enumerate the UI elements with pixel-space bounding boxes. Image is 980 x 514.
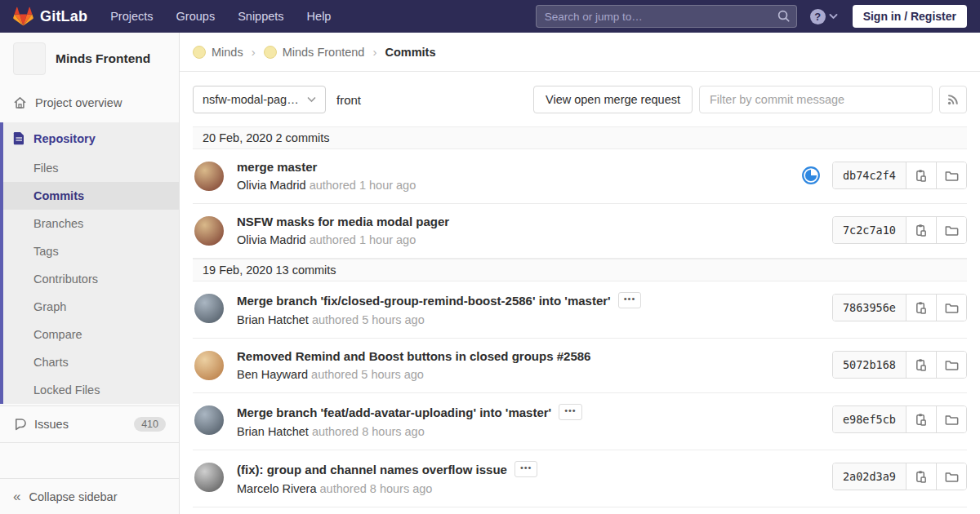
commit-title-link[interactable]: Removed Remind and Boost buttons in clos… bbox=[237, 349, 590, 363]
sidebar-item-charts[interactable]: Charts bbox=[3, 348, 179, 376]
help-icon: ? bbox=[810, 9, 826, 24]
breadcrumb-avatar bbox=[193, 46, 206, 59]
sidebar-item-compare[interactable]: Compare bbox=[3, 321, 179, 348]
sidebar-item-repository[interactable]: Repository bbox=[3, 122, 179, 154]
copy-sha-button[interactable] bbox=[906, 352, 936, 378]
commit-title-link[interactable]: Merge branch 'feat/add-avatar-uploading'… bbox=[237, 405, 551, 419]
commit-title-link[interactable]: merge master bbox=[237, 160, 317, 174]
commit-title-link[interactable]: Merge branch 'fix/closed-group-remind-bo… bbox=[237, 294, 611, 308]
collapse-chevrons-icon: « bbox=[13, 490, 20, 503]
commits-feed-button[interactable] bbox=[939, 86, 967, 113]
sidebar-item-files[interactable]: Files bbox=[3, 154, 179, 182]
browse-files-button[interactable] bbox=[936, 352, 966, 378]
sidebar-item-contributors[interactable]: Contributors bbox=[3, 265, 179, 293]
commit-sha-group: 5072b168 bbox=[832, 351, 967, 379]
nav-link-groups[interactable]: Groups bbox=[176, 10, 216, 23]
commit-author-link[interactable]: Brian Hatchet bbox=[237, 425, 312, 438]
sidebar-item-locked-files[interactable]: Locked Files bbox=[3, 376, 179, 404]
sidebar-item-project-overview[interactable]: Project overview bbox=[0, 86, 179, 119]
clipboard-copy-icon bbox=[915, 413, 928, 427]
commit-sha-link[interactable]: 7863956e bbox=[833, 295, 906, 321]
commit-sha-group: 7863956e bbox=[832, 294, 967, 321]
author-avatar[interactable] bbox=[194, 405, 224, 435]
commit-filter-input[interactable] bbox=[699, 86, 933, 113]
top-navbar: GitLab ProjectsGroupsSnippetsHelp ? Sign… bbox=[0, 0, 980, 33]
commit-date-header: 19 Feb, 2020 13 commits bbox=[193, 259, 967, 281]
commit-sha-link[interactable]: db74c2f4 bbox=[833, 162, 906, 188]
sidebar-item-tags[interactable]: Tags bbox=[3, 237, 179, 265]
browse-files-button[interactable] bbox=[936, 406, 966, 432]
nav-link-projects[interactable]: Projects bbox=[110, 10, 153, 23]
commits-toolbar: nsfw-modal-pag… front View open merge re… bbox=[180, 72, 980, 113]
search-icon bbox=[777, 9, 791, 25]
lightbulb-icon bbox=[24, 51, 35, 67]
sign-in-button[interactable]: Sign in / Register bbox=[853, 5, 967, 28]
expand-commit-description-button[interactable]: ••• bbox=[514, 461, 538, 477]
search-input[interactable] bbox=[536, 5, 797, 28]
commit-author-link[interactable]: Olivia Madrid bbox=[237, 233, 310, 246]
commit-date-header: 20 Feb, 2020 2 commits bbox=[193, 126, 967, 149]
clipboard-copy-icon bbox=[915, 169, 928, 183]
commit-row: (chore): ensure preloading of icons work… bbox=[193, 507, 967, 514]
commit-row: merge master Olivia Madrid authored 1 ho… bbox=[193, 149, 967, 204]
issues-icon bbox=[13, 418, 26, 431]
copy-sha-button[interactable] bbox=[906, 162, 936, 188]
author-avatar[interactable] bbox=[194, 351, 224, 380]
author-avatar[interactable] bbox=[194, 463, 224, 492]
nav-link-snippets[interactable]: Snippets bbox=[238, 10, 283, 23]
folder-icon bbox=[945, 359, 959, 371]
commit-author-link[interactable]: Brian Hatchet bbox=[237, 313, 312, 326]
commit-title-link[interactable]: NSFW masks for media modal pager bbox=[237, 215, 449, 228]
gitlab-tanuki-icon bbox=[13, 7, 33, 26]
commit-sha-link[interactable]: 5072b168 bbox=[833, 352, 906, 378]
author-avatar[interactable] bbox=[194, 162, 224, 191]
breadcrumb-separator-icon: › bbox=[252, 45, 256, 59]
help-menu[interactable]: ? bbox=[810, 9, 838, 24]
expand-commit-description-button[interactable]: ••• bbox=[559, 404, 582, 420]
browse-files-button[interactable] bbox=[936, 217, 966, 243]
sidebar-item-issues[interactable]: Issues 410 bbox=[0, 405, 179, 443]
commit-list: 20 Feb, 2020 2 commits merge master Oliv… bbox=[180, 126, 980, 514]
breadcrumb-item-minds[interactable]: Minds bbox=[193, 46, 243, 59]
commit-title-link[interactable]: (fix): group and channel names overflow … bbox=[237, 463, 507, 476]
pipeline-status-running-icon[interactable] bbox=[801, 166, 821, 185]
main-content: Minds›Minds Frontend›Commits nsfw-modal-… bbox=[180, 33, 980, 514]
author-avatar[interactable] bbox=[194, 216, 224, 246]
folder-icon bbox=[945, 471, 959, 483]
folder-icon bbox=[945, 302, 959, 314]
commit-authored-text: authored 5 hours ago bbox=[312, 313, 425, 326]
breadcrumb-avatar bbox=[264, 46, 277, 59]
breadcrumb-item-minds-frontend[interactable]: Minds Frontend bbox=[264, 46, 365, 59]
commit-author-link[interactable]: Ben Hayward bbox=[237, 368, 311, 381]
browse-files-button[interactable] bbox=[936, 295, 966, 321]
repository-section: Repository FilesCommitsBranchesTagsContr… bbox=[0, 122, 179, 404]
clipboard-copy-icon bbox=[915, 470, 928, 484]
copy-sha-button[interactable] bbox=[906, 217, 936, 243]
branch-selector-dropdown[interactable]: nsfw-modal-pag… bbox=[193, 86, 326, 113]
document-icon bbox=[13, 131, 25, 145]
view-open-merge-request-button[interactable]: View open merge request bbox=[533, 86, 693, 113]
sidebar-item-commits[interactable]: Commits bbox=[3, 182, 179, 210]
expand-commit-description-button[interactable]: ••• bbox=[618, 292, 642, 308]
browse-files-button[interactable] bbox=[936, 463, 966, 490]
commit-sha-link[interactable]: 7c2c7a10 bbox=[833, 217, 906, 243]
collapse-sidebar-button[interactable]: « Collapse sidebar bbox=[0, 478, 179, 514]
copy-sha-button[interactable] bbox=[906, 463, 936, 490]
browse-files-button[interactable] bbox=[936, 162, 966, 188]
sidebar-item-graph[interactable]: Graph bbox=[3, 293, 179, 321]
copy-sha-button[interactable] bbox=[906, 406, 936, 432]
nav-link-help[interactable]: Help bbox=[307, 10, 332, 23]
project-context-header[interactable]: Minds Frontend bbox=[0, 33, 179, 86]
rss-icon bbox=[947, 93, 960, 106]
copy-sha-button[interactable] bbox=[906, 295, 936, 321]
gitlab-logo[interactable]: GitLab bbox=[13, 7, 87, 26]
sidebar-item-branches[interactable]: Branches bbox=[3, 210, 179, 237]
commit-author-link[interactable]: Marcelo Rivera bbox=[237, 482, 320, 495]
author-avatar[interactable] bbox=[194, 294, 224, 323]
commit-sha-link[interactable]: 2a02d3a9 bbox=[833, 463, 906, 490]
commit-authored-text: authored 8 hours ago bbox=[320, 482, 433, 495]
sidebar-item-label: Project overview bbox=[35, 96, 122, 109]
commit-author-link[interactable]: Olivia Madrid bbox=[237, 179, 310, 192]
breadcrumb: Minds›Minds Frontend›Commits bbox=[180, 33, 980, 72]
commit-sha-link[interactable]: e98ef5cb bbox=[833, 406, 906, 432]
